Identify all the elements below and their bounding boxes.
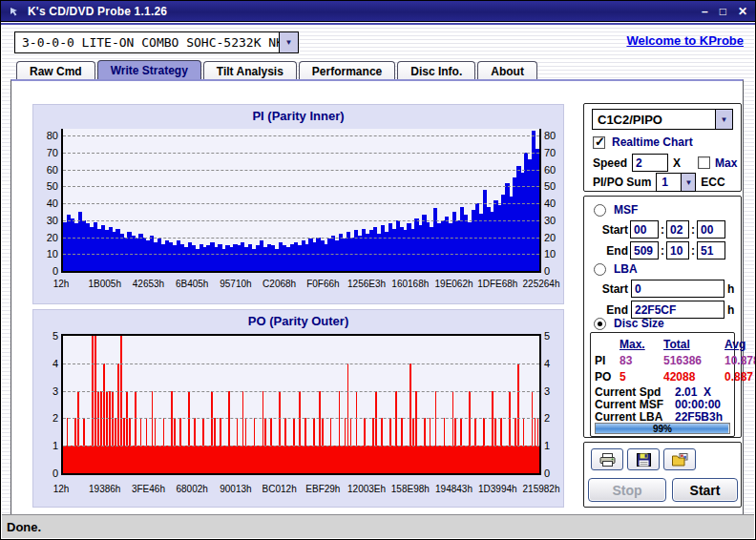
welcome-link[interactable]: Welcome to KProbe	[626, 33, 744, 48]
maximize-button[interactable]: □	[720, 6, 726, 17]
chart-bar	[395, 391, 397, 473]
x-tick-label: 158E98h	[391, 484, 430, 494]
progress-bar: 99%	[595, 423, 730, 434]
x-tick-label: BC012h	[262, 484, 297, 494]
x-tick-label: 1B005h	[88, 279, 120, 289]
y-tick-label: 30	[544, 216, 569, 226]
msf-start-min[interactable]	[630, 220, 659, 239]
gridline	[63, 170, 539, 171]
y-tick-label: 70	[33, 148, 58, 158]
msf-end-sec[interactable]	[666, 241, 689, 260]
lba-start-input[interactable]	[631, 280, 724, 298]
stop-button[interactable]: Stop	[588, 478, 666, 502]
pi-bars	[63, 129, 539, 271]
pipo-sum-label: PI/PO Sum	[593, 176, 651, 189]
y-tick-label: 0	[33, 468, 58, 479]
chevron-down-icon[interactable]: ▼	[681, 174, 695, 191]
msf-start-sec[interactable]	[666, 220, 689, 239]
print-button[interactable]	[591, 448, 623, 470]
msf-radio[interactable]	[594, 204, 606, 217]
x-tick-label: 3FE46h	[132, 484, 165, 494]
hex-suffix: h	[727, 303, 734, 317]
chart-bar	[356, 391, 358, 473]
stats-header-avg: Avg	[724, 338, 746, 351]
tab-tilt-analysis[interactable]: Tilt Analysis	[203, 61, 297, 79]
chart-bar	[97, 391, 99, 473]
start-button[interactable]: Start	[672, 478, 738, 502]
chart-bar	[319, 391, 321, 473]
mode-select-value: C1C2/PIPO	[593, 110, 715, 129]
disc-size-label: Disc Size	[614, 317, 664, 330]
max-speed-checkbox[interactable]	[698, 156, 710, 169]
tab-disc-info[interactable]: Disc Info.	[397, 61, 475, 79]
chart-bar	[152, 391, 154, 473]
realtime-chart-checkbox[interactable]	[593, 136, 605, 149]
drive-select[interactable]: 3-0-0-0 LITE-ON COMBO SOHC-5232K NK07 ▼	[14, 31, 299, 53]
stats-header-max: Max.	[620, 338, 663, 351]
close-button[interactable]: ✕	[738, 6, 747, 17]
chart-bar	[94, 336, 96, 473]
hex-suffix: h	[727, 282, 734, 296]
y-tick-label: 80	[33, 131, 58, 141]
save-icon	[637, 453, 651, 467]
status-text: Done.	[7, 520, 41, 534]
speed-input[interactable]	[632, 154, 668, 172]
tab-performance[interactable]: Performance	[299, 61, 395, 79]
x-tick-label: 95710h	[220, 279, 251, 289]
lba-end-label: End	[592, 303, 628, 317]
y-tick-label: 50	[544, 181, 569, 192]
y-tick-label: 10	[544, 249, 569, 260]
chart-bar	[106, 391, 108, 473]
x-tick-label: 12h	[53, 484, 70, 494]
tab-raw-cmd[interactable]: Raw Cmd	[16, 61, 95, 79]
msf-end-min[interactable]	[630, 241, 659, 260]
y-tick-label: 30	[33, 216, 58, 226]
y-tick-label: 3	[544, 386, 569, 397]
gridline	[63, 220, 539, 221]
tab-bar: Raw Cmd Write Strategy Tilt Analysis Per…	[16, 60, 537, 79]
lba-radio[interactable]	[594, 263, 606, 276]
y-tick-label: 70	[544, 148, 569, 158]
current-msf-row: Current MSF00:00:00	[595, 398, 732, 411]
y-tick-label: 4	[544, 359, 569, 369]
x-tick-label: 42653h	[133, 279, 164, 289]
tab-about[interactable]: About	[477, 61, 537, 79]
y-tick-label: 3	[33, 386, 58, 397]
save-button[interactable]	[627, 448, 660, 470]
msf-start-frame[interactable]	[697, 220, 725, 239]
tab-write-strategy[interactable]: Write Strategy	[97, 60, 201, 79]
chart-bar	[100, 391, 102, 473]
x-tick-label: 1256E3h	[347, 279, 386, 289]
gridline	[63, 391, 539, 392]
chart-bar	[299, 391, 301, 473]
app-icon	[9, 6, 21, 17]
mode-select[interactable]: C1C2/PIPO ▼	[592, 109, 733, 130]
chevron-down-icon[interactable]: ▼	[715, 110, 732, 129]
x-tick-label: 90013h	[220, 484, 251, 494]
y-tick-label: 0	[544, 266, 569, 277]
export-image-button[interactable]	[663, 448, 696, 470]
msf-start-label: Start	[592, 223, 628, 237]
chart-bar	[109, 391, 111, 473]
x-tick-label: 1DFE68h	[477, 279, 517, 289]
title-bar[interactable]: K's CD/DVD Probe 1.1.26 – □ ✕	[1, 1, 755, 22]
minimize-button[interactable]: –	[702, 6, 708, 17]
po-x-axis-labels: 12h19386h3FE46h68002h90013hBC012hEBF29h1…	[61, 484, 541, 497]
x-tick-label: 194843h	[435, 484, 472, 494]
disc-size-radio[interactable]	[594, 318, 606, 330]
x-tick-label: 215982h	[523, 484, 560, 494]
y-tick-label: 20	[33, 233, 58, 243]
pi-plot-area: 0010102020303040405050606070708080	[61, 129, 541, 273]
x-tick-label: 19386h	[89, 484, 120, 494]
gridline	[63, 186, 539, 187]
pipo-sum-select[interactable]: 1 ▼	[656, 173, 696, 192]
x-tick-label: 225264h	[523, 279, 560, 289]
msf-end-frame[interactable]	[697, 241, 725, 260]
y-tick-label: 2	[33, 413, 58, 424]
actions-groupbox: Stop Start	[583, 442, 742, 508]
chart-bar	[279, 391, 281, 473]
x-tick-label: 1D3994h	[478, 484, 517, 494]
x-tick-label: EBF29h	[305, 484, 340, 494]
chevron-down-icon[interactable]: ▼	[279, 32, 298, 52]
gridline	[63, 135, 539, 136]
